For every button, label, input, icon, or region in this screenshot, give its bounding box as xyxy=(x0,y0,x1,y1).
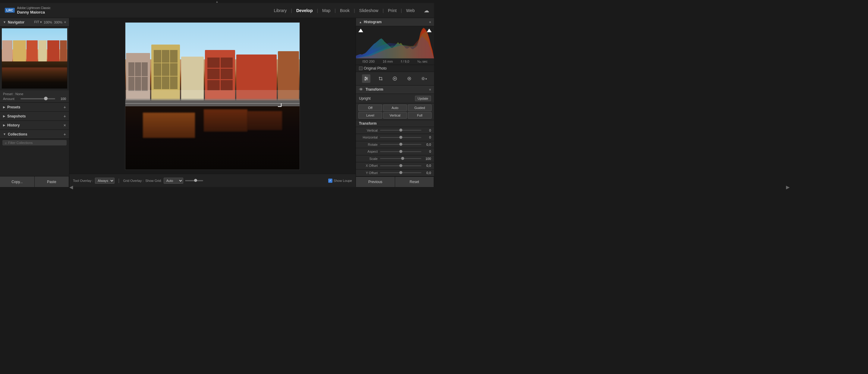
top-collapse-arrow[interactable]: ▲ xyxy=(0,0,434,3)
aspect-value: 0 xyxy=(421,150,431,153)
presets-add[interactable]: + xyxy=(64,105,66,110)
effects-icon[interactable] xyxy=(420,74,428,83)
upright-vertical[interactable]: Vertical xyxy=(383,112,407,118)
yoffset-label: Y Offset xyxy=(359,171,380,175)
aspect-slider[interactable] xyxy=(380,151,421,152)
collections-add[interactable]: + xyxy=(64,132,66,137)
navigator-header: ▼ Navigator FIT ▾ 100% 300% ≡ xyxy=(0,18,69,27)
filter-search-icon: ⌕ xyxy=(5,141,7,144)
navigator-image xyxy=(2,28,67,89)
tool-overlay-group: Tool Overlay : Always Never Auto xyxy=(73,178,115,184)
nav-book[interactable]: Book xyxy=(336,3,354,18)
upright-off[interactable]: Off xyxy=(358,104,382,111)
healing-svg xyxy=(393,76,397,81)
xoffset-slider[interactable] xyxy=(380,165,421,166)
show-loupe-label: Show Loupe xyxy=(334,179,352,182)
upright-level[interactable]: Level xyxy=(358,112,382,118)
vertical-thumb[interactable] xyxy=(399,129,402,132)
vertical-slider[interactable] xyxy=(380,130,421,131)
yoffset-thumb[interactable] xyxy=(399,171,402,174)
nav-library[interactable]: Library xyxy=(270,3,291,18)
amount-row: Amount 100 xyxy=(3,97,66,101)
histogram-collapse[interactable]: ▲ xyxy=(359,21,362,24)
horizontal-slider[interactable] xyxy=(380,137,421,138)
right-panel: ▲ Histogram ≡ xyxy=(355,18,434,187)
eye-icon[interactable]: 👁 xyxy=(359,87,363,92)
section-snapshots[interactable]: ▶ Snapshots + xyxy=(0,112,69,121)
crop-svg xyxy=(378,76,383,81)
rotate-thumb[interactable] xyxy=(399,143,402,146)
aspect-slider-row: Aspect 0 xyxy=(356,148,434,156)
main-photo[interactable] xyxy=(125,22,300,170)
show-grid-select[interactable]: Auto Always Never xyxy=(164,178,183,184)
xoffset-slider-row: X Offset 0,0 xyxy=(356,162,434,170)
copy-button[interactable]: Copy... xyxy=(0,176,35,187)
section-presets[interactable]: ▶ Presets + xyxy=(0,103,69,112)
upright-auto[interactable]: Auto xyxy=(383,104,407,111)
update-button[interactable]: Update xyxy=(415,96,431,101)
upright-full[interactable]: Full xyxy=(408,112,432,118)
original-photo-checkbox[interactable] xyxy=(359,67,363,70)
navigator-collapse-arrow[interactable]: ▼ xyxy=(3,21,6,24)
left-panel-collapse[interactable]: ◀ xyxy=(69,184,73,187)
nav-web[interactable]: Web xyxy=(402,3,419,18)
xoffset-thumb[interactable] xyxy=(399,164,402,167)
healing-icon[interactable] xyxy=(391,74,399,83)
amount-value: 100 xyxy=(58,97,66,101)
histogram-menu[interactable]: ≡ xyxy=(429,21,431,24)
amount-slider-thumb[interactable] xyxy=(44,97,48,100)
amount-slider[interactable] xyxy=(21,98,55,99)
paste-button[interactable]: Paste xyxy=(35,176,69,187)
scale-thumb[interactable] xyxy=(401,157,404,160)
crop-handle[interactable] xyxy=(278,103,281,107)
reset-button[interactable]: Reset xyxy=(395,177,434,187)
yoffset-slider[interactable] xyxy=(380,172,421,173)
basic-corrections-icon[interactable] xyxy=(362,74,370,83)
grid-slider[interactable] xyxy=(185,180,203,181)
svg-point-10 xyxy=(422,78,424,79)
zoom-100[interactable]: 100% xyxy=(44,21,52,24)
app-company: Adobe Lightroom Classic xyxy=(17,6,51,10)
navigator-preview xyxy=(0,27,69,90)
masking-icon[interactable] xyxy=(405,74,413,83)
section-history[interactable]: ▶ History × xyxy=(0,121,69,130)
transform-section-label: Transform xyxy=(356,120,434,127)
nav-slideshow[interactable]: Slideshow xyxy=(355,3,383,18)
rotate-slider[interactable] xyxy=(380,144,421,145)
vertical-value: 0 xyxy=(421,129,431,132)
snapshots-add[interactable]: + xyxy=(64,114,66,118)
crop-icon[interactable] xyxy=(376,74,385,83)
histogram-clip-right[interactable] xyxy=(427,29,432,32)
section-collections[interactable]: ▼ Collections + xyxy=(0,130,69,139)
nav-more[interactable]: ≡ xyxy=(64,21,66,24)
collections-filter-input[interactable] xyxy=(8,141,64,144)
tool-overlay-label: Tool Overlay : xyxy=(73,179,93,182)
right-bottom-buttons: Previous Reset xyxy=(356,176,434,187)
histogram-area xyxy=(356,26,434,59)
tool-overlay-select[interactable]: Always Never Auto xyxy=(95,178,115,184)
transform-menu[interactable]: ≡ xyxy=(429,88,431,91)
collections-list xyxy=(0,147,69,176)
vertical-slider-row: Vertical 0 xyxy=(356,127,434,134)
scale-slider[interactable] xyxy=(380,158,421,159)
show-loupe-checkbox[interactable]: ✓ xyxy=(328,178,333,183)
nav-map[interactable]: Map xyxy=(318,3,335,18)
histogram-header: ▲ Histogram ≡ xyxy=(356,18,434,26)
grid-slider-thumb[interactable] xyxy=(194,179,197,182)
horizontal-thumb[interactable] xyxy=(399,136,402,139)
upright-label: Upright xyxy=(359,96,415,101)
history-clear[interactable]: × xyxy=(64,123,66,128)
grid-overlay-group: Grid Overlay : Show Grid: Auto Always Ne… xyxy=(123,178,203,184)
upright-guided[interactable]: Guided xyxy=(408,104,432,111)
grid-overlay-label: Grid Overlay : xyxy=(123,179,144,182)
horizontal-label: Horizontal xyxy=(359,136,380,139)
histogram-clip-left[interactable] xyxy=(358,29,363,32)
nav-print[interactable]: Print xyxy=(384,3,401,18)
masking-svg xyxy=(407,76,412,81)
original-photo-label: Original Photo xyxy=(364,66,387,70)
previous-button[interactable]: Previous xyxy=(356,177,395,187)
nav-develop[interactable]: Develop xyxy=(292,3,317,18)
aspect-thumb[interactable] xyxy=(399,150,402,153)
zoom-300[interactable]: 300% xyxy=(54,21,62,24)
cloud-icon[interactable]: ☁ xyxy=(424,7,429,14)
